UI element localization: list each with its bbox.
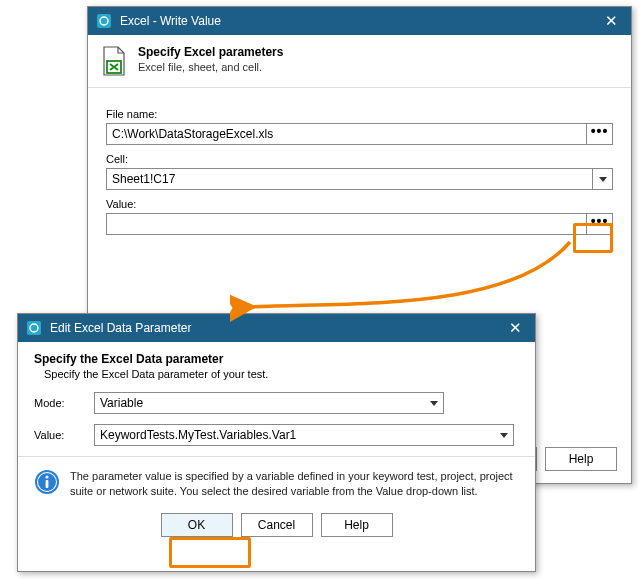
header-title: Specify Excel parameters [138, 45, 283, 59]
help-button[interactable]: Help [545, 447, 617, 471]
file-name-label: File name: [106, 108, 613, 120]
mode-label: Mode: [34, 397, 94, 409]
info-text: The parameter value is specified by a va… [70, 469, 519, 499]
dialog-title: Excel - Write Value [120, 14, 599, 28]
svg-rect-0 [97, 14, 111, 28]
svg-rect-8 [46, 480, 49, 488]
header-subtitle: Excel file, sheet, and cell. [138, 61, 283, 73]
mode-value: Variable [95, 393, 425, 413]
dialog2-title: Edit Excel Data Parameter [50, 321, 503, 335]
info-row: The parameter value is specified by a va… [18, 456, 535, 507]
value-label-2: Value: [34, 429, 94, 441]
svg-point-9 [45, 475, 48, 478]
excel-file-icon [100, 45, 128, 77]
app-icon [96, 13, 112, 29]
mode-select[interactable]: Variable [94, 392, 444, 414]
help-button-2[interactable]: Help [321, 513, 393, 537]
value-select[interactable]: KeywordTests.MyTest.Variables.Var1 [94, 424, 514, 446]
value-input[interactable] [106, 213, 587, 235]
value-ellipsis-button[interactable]: ••• [587, 213, 613, 235]
value-label: Value: [106, 198, 613, 210]
param-header-title: Specify the Excel Data parameter [34, 352, 519, 366]
button-row-2: OK Cancel Help [18, 507, 535, 551]
file-browse-button[interactable]: ••• [587, 123, 613, 145]
ok-button[interactable]: OK [161, 513, 233, 537]
titlebar-2: Edit Excel Data Parameter ✕ [18, 314, 535, 342]
titlebar: Excel - Write Value ✕ [88, 7, 631, 35]
cell-dropdown-button[interactable] [593, 168, 613, 190]
value-select-value: KeywordTests.MyTest.Variables.Var1 [95, 425, 495, 445]
close-icon-2[interactable]: ✕ [503, 319, 527, 337]
file-name-input[interactable] [106, 123, 587, 145]
chevron-down-icon [425, 393, 443, 413]
svg-rect-3 [27, 321, 41, 335]
form-area: File name: ••• Cell: Value: ••• [88, 88, 631, 247]
param-header-sub: Specify the Excel Data parameter of your… [34, 368, 519, 380]
cancel-button-2[interactable]: Cancel [241, 513, 313, 537]
close-icon[interactable]: ✕ [599, 12, 623, 30]
cell-input[interactable] [106, 168, 593, 190]
app-icon-2 [26, 320, 42, 336]
param-form: Specify the Excel Data parameter Specify… [18, 342, 535, 456]
chevron-down-icon-2 [495, 425, 513, 445]
header-section: Specify Excel parameters Excel file, she… [88, 35, 631, 88]
edit-parameter-dialog: Edit Excel Data Parameter ✕ Specify the … [17, 313, 536, 572]
cell-label: Cell: [106, 153, 613, 165]
info-icon [34, 469, 60, 495]
